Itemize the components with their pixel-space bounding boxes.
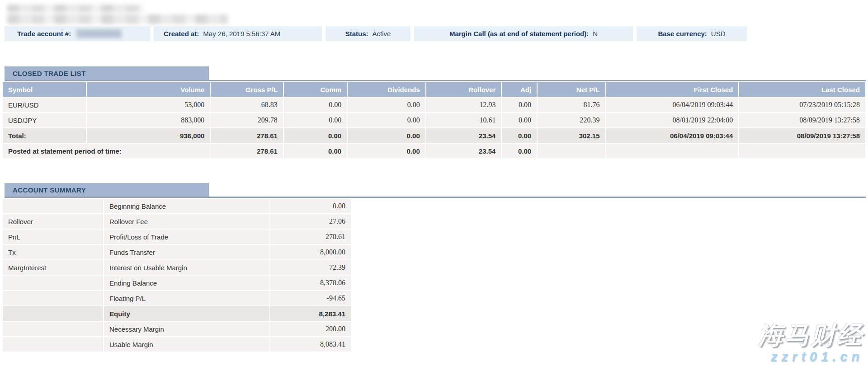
summary-label: Ending Balance: [104, 275, 270, 291]
watermark-site-url: zzrt01.cn: [759, 350, 863, 363]
watermark: 海马财经 zzrt01.cn: [759, 322, 863, 363]
net-pl-cell: 81.76: [537, 97, 605, 113]
summary-value: 72.39: [270, 260, 351, 275]
gross-pl-cell: 209.78: [210, 113, 283, 128]
summary-row: PnL Profit/Loss of Trade 278.61: [2, 229, 351, 244]
summary-label: Beginning Balance: [104, 198, 270, 214]
rollover-cell: 10.61: [426, 113, 502, 128]
adj-cell: 0.00: [501, 113, 537, 128]
base-currency-field: Base currency: USD: [637, 26, 747, 41]
trade-row-usdjpy: USD/JPY 883,000 209.78 0.00 0.00 10.61 0…: [2, 113, 866, 128]
created-at-value: May 26, 2019 5:56:37 AM: [203, 30, 280, 38]
col-adj: Adj: [501, 82, 537, 97]
summary-label: Equity: [104, 306, 270, 321]
net-pl-cell: 220.39: [537, 113, 605, 128]
status-label: Status:: [345, 30, 368, 38]
trade-account-field: Trade account #:: [5, 26, 150, 41]
summary-label: Usable Margin: [104, 337, 270, 352]
posted-at-period-row: Posted at statement period of time: 278.…: [2, 143, 866, 159]
summary-value: 278.61: [270, 229, 351, 244]
summary-value: 8,000.00: [270, 244, 351, 260]
dividends-cell: 0.00: [347, 97, 426, 113]
summary-code: [2, 275, 104, 291]
symbol-cell: EUR/USD: [2, 97, 86, 113]
col-volume: Volume: [86, 82, 211, 97]
posted-adj: 0.00: [501, 143, 537, 159]
margin-call-field: Margin Call (as at end of statement peri…: [414, 26, 633, 41]
col-net-pl: Net P/L: [537, 82, 605, 97]
volume-cell: 53,000: [86, 97, 211, 113]
total-gross-pl: 278.61: [210, 128, 283, 143]
trade-account-label: Trade account #:: [17, 30, 71, 38]
col-gross-pl: Gross P/L: [210, 82, 283, 97]
summary-row: Rollover Rollover Fee 27.06: [2, 214, 351, 229]
base-currency-value: USD: [711, 30, 726, 38]
account-summary-table: Beginning Balance 0.00 Rollover Rollover…: [2, 198, 352, 352]
gross-pl-cell: 68.83: [210, 97, 283, 113]
posted-dividends: 0.00: [347, 143, 426, 159]
summary-label: Rollover Fee: [104, 214, 270, 229]
summary-value: 200.00: [270, 321, 351, 337]
summary-row: Usable Margin 8,083.41: [2, 337, 351, 352]
summary-label: Funds Transfer: [104, 244, 270, 260]
col-comm: Comm: [283, 82, 347, 97]
summary-code: PnL: [2, 229, 104, 244]
col-dividends: Dividends: [347, 82, 426, 97]
rollover-cell: 12.93: [426, 97, 502, 113]
summary-label: Necessary Margin: [104, 321, 270, 337]
summary-code: [2, 321, 104, 337]
summary-value: 0.00: [270, 198, 351, 214]
summary-code: [2, 198, 104, 214]
summary-value: 8,283.41: [270, 306, 351, 321]
summary-code: [2, 337, 104, 352]
trade-statement-page: Trade account #: Created at: May 26, 201…: [0, 0, 868, 366]
dividends-cell: 0.00: [347, 113, 426, 128]
adj-cell: 0.00: [501, 97, 537, 113]
margin-call-label: Margin Call (as at end of statement peri…: [449, 30, 589, 38]
total-last-closed: 08/09/2019 13:27:58: [739, 128, 866, 143]
trades-header-row: Symbol Volume Gross P/L Comm Dividends R…: [2, 82, 866, 97]
margin-call-value: N: [593, 30, 598, 38]
summary-value: -94.65: [270, 291, 351, 306]
redacted-text-line: [7, 5, 143, 12]
status-value: Active: [372, 30, 391, 38]
summary-label: Interest on Usable Margin: [104, 260, 270, 275]
summary-label: Floating P/L: [104, 291, 270, 306]
last-closed-cell: 07/23/2019 05:15:28: [739, 97, 866, 113]
col-symbol: Symbol: [2, 82, 86, 97]
total-net-pl: 302.15: [537, 128, 605, 143]
summary-value: 8,378.06: [270, 275, 351, 291]
col-first-closed: First Closed: [606, 82, 739, 97]
trade-row-eurusd: EUR/USD 53,000 68.83 0.00 0.00 12.93 0.0…: [2, 97, 866, 113]
posted-comm: 0.00: [283, 143, 347, 159]
summary-row: Floating P/L -94.65: [2, 291, 351, 306]
first-closed-cell: 08/01/2019 22:04:00: [606, 113, 739, 128]
total-dividends: 0.00: [347, 128, 426, 143]
empty-cell: [537, 143, 605, 159]
empty-cell: [739, 143, 866, 159]
col-last-closed: Last Closed: [739, 82, 866, 97]
summary-row: Necessary Margin 200.00: [2, 321, 351, 337]
watermark-brand-text: 海马财经: [759, 322, 863, 348]
last-closed-cell: 08/09/2019 13:27:58: [739, 113, 866, 128]
trades-total-row: Total: 936,000 278.61 0.00 0.00 23.54 0.…: [2, 128, 866, 143]
redacted-account-number: [76, 29, 122, 38]
summary-row-equity: Equity 8,283.41: [2, 306, 351, 321]
summary-row: Ending Balance 8,378.06: [2, 275, 351, 291]
summary-row: Tx Funds Transfer 8,000.00: [2, 244, 351, 260]
closed-trade-list-header: CLOSED TRADE LIST: [5, 66, 209, 80]
total-volume: 936,000: [86, 128, 211, 143]
created-at-label: Created at:: [164, 30, 199, 38]
empty-cell: [606, 143, 739, 159]
summary-code: MargInterest: [2, 260, 104, 275]
summary-code: [2, 306, 104, 321]
summary-label: Profit/Loss of Trade: [104, 229, 270, 244]
posted-rollover: 23.54: [426, 143, 502, 159]
summary-code: [2, 291, 104, 306]
account-info-bar: Trade account #: Created at: May 26, 201…: [5, 26, 747, 41]
summary-code: Rollover: [2, 214, 104, 229]
redacted-broker-title: [7, 4, 233, 24]
total-adj: 0.00: [501, 128, 537, 143]
summary-row: MargInterest Interest on Usable Margin 7…: [2, 260, 351, 275]
posted-gross-pl: 278.61: [210, 143, 283, 159]
